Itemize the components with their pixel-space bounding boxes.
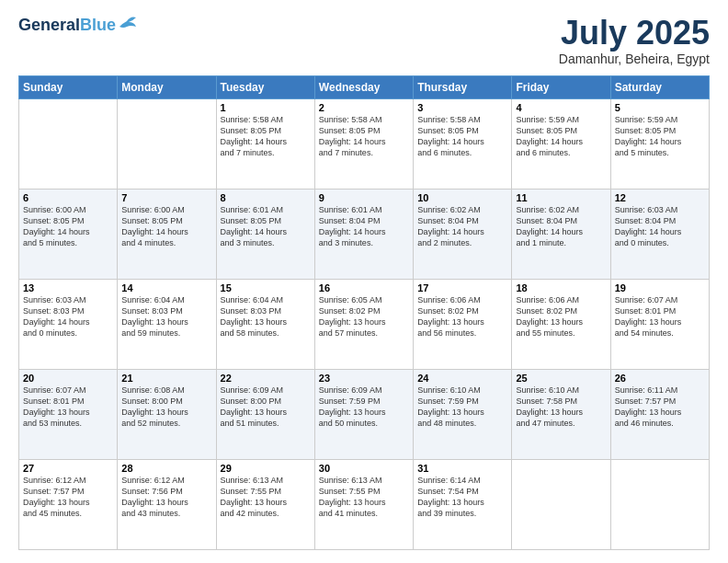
day-number: 26 [615,373,705,384]
day-info: Sunrise: 6:01 AM Sunset: 8:05 PM Dayligh… [221,204,311,249]
day-number: 4 [516,102,606,113]
day-number: 19 [615,282,705,293]
day-info: Sunrise: 6:05 AM Sunset: 8:02 PM Dayligh… [319,294,409,339]
day-number: 30 [319,463,409,474]
calendar-cell: 7Sunrise: 6:00 AM Sunset: 8:05 PM Daylig… [118,190,216,280]
calendar-cell: 19Sunrise: 6:07 AM Sunset: 8:01 PM Dayli… [610,280,709,370]
col-header-tuesday: Tuesday [216,76,314,99]
calendar-cell [610,460,709,550]
month-year-title: July 2025 [559,17,710,50]
calendar-cell: 27Sunrise: 6:12 AM Sunset: 7:57 PM Dayli… [19,460,118,550]
calendar-cell: 30Sunrise: 6:13 AM Sunset: 7:55 PM Dayli… [314,460,413,550]
day-number: 13 [23,282,113,293]
day-number: 2 [319,102,409,113]
calendar-table: SundayMondayTuesdayWednesdayThursdayFrid… [18,75,710,550]
day-number: 14 [121,282,211,293]
day-info: Sunrise: 5:59 AM Sunset: 8:05 PM Dayligh… [516,114,606,159]
day-number: 27 [23,463,113,474]
calendar-cell: 22Sunrise: 6:09 AM Sunset: 8:00 PM Dayli… [216,370,314,460]
day-info: Sunrise: 6:03 AM Sunset: 8:04 PM Dayligh… [615,204,705,249]
calendar-cell: 2Sunrise: 5:58 AM Sunset: 8:05 PM Daylig… [314,99,413,190]
calendar-cell: 24Sunrise: 6:10 AM Sunset: 7:59 PM Dayli… [414,370,512,460]
day-number: 25 [516,373,606,384]
calendar-header-row: SundayMondayTuesdayWednesdayThursdayFrid… [19,76,710,99]
col-header-sunday: Sunday [19,76,118,99]
calendar-cell: 16Sunrise: 6:05 AM Sunset: 8:02 PM Dayli… [314,280,413,370]
day-info: Sunrise: 6:13 AM Sunset: 7:55 PM Dayligh… [319,475,409,520]
day-number: 22 [221,373,311,384]
calendar-cell: 15Sunrise: 6:04 AM Sunset: 8:03 PM Dayli… [216,280,314,370]
day-info: Sunrise: 6:10 AM Sunset: 7:59 PM Dayligh… [417,385,507,430]
day-info: Sunrise: 6:12 AM Sunset: 7:56 PM Dayligh… [121,475,211,520]
logo: GeneralBlue [18,17,138,33]
col-header-wednesday: Wednesday [314,76,413,99]
day-number: 15 [221,282,311,293]
day-number: 1 [221,102,311,113]
day-number: 23 [319,373,409,384]
calendar-cell: 4Sunrise: 5:59 AM Sunset: 8:05 PM Daylig… [512,99,610,190]
logo-bird-icon [118,14,138,32]
day-number: 29 [221,463,311,474]
calendar-week-row: 13Sunrise: 6:03 AM Sunset: 8:03 PM Dayli… [19,280,710,370]
day-number: 3 [417,102,507,113]
calendar-cell [19,99,118,190]
day-number: 12 [615,192,705,203]
day-info: Sunrise: 5:59 AM Sunset: 8:05 PM Dayligh… [615,114,705,159]
page-header: GeneralBlue July 2025 Damanhur, Beheira,… [18,17,710,66]
calendar-cell: 20Sunrise: 6:07 AM Sunset: 8:01 PM Dayli… [19,370,118,460]
day-number: 8 [221,192,311,203]
day-info: Sunrise: 6:06 AM Sunset: 8:02 PM Dayligh… [417,294,507,339]
calendar-cell: 29Sunrise: 6:13 AM Sunset: 7:55 PM Dayli… [216,460,314,550]
calendar-cell: 1Sunrise: 5:58 AM Sunset: 8:05 PM Daylig… [216,99,314,190]
day-number: 11 [516,192,606,203]
day-info: Sunrise: 6:04 AM Sunset: 8:03 PM Dayligh… [221,294,311,339]
day-info: Sunrise: 6:07 AM Sunset: 8:01 PM Dayligh… [615,294,705,339]
calendar-cell: 6Sunrise: 6:00 AM Sunset: 8:05 PM Daylig… [19,190,118,280]
calendar-cell: 13Sunrise: 6:03 AM Sunset: 8:03 PM Dayli… [19,280,118,370]
day-number: 17 [417,282,507,293]
calendar-cell: 26Sunrise: 6:11 AM Sunset: 7:57 PM Dayli… [610,370,709,460]
calendar-cell: 17Sunrise: 6:06 AM Sunset: 8:02 PM Dayli… [414,280,512,370]
calendar-cell: 3Sunrise: 5:58 AM Sunset: 8:05 PM Daylig… [414,99,512,190]
calendar-week-row: 6Sunrise: 6:00 AM Sunset: 8:05 PM Daylig… [19,190,710,280]
day-info: Sunrise: 6:03 AM Sunset: 8:03 PM Dayligh… [23,294,113,339]
calendar-cell: 31Sunrise: 6:14 AM Sunset: 7:54 PM Dayli… [414,460,512,550]
day-number: 6 [23,192,113,203]
col-header-thursday: Thursday [414,76,512,99]
day-number: 20 [23,373,113,384]
day-info: Sunrise: 6:04 AM Sunset: 8:03 PM Dayligh… [121,294,211,339]
day-info: Sunrise: 6:08 AM Sunset: 8:00 PM Dayligh… [121,385,211,430]
day-number: 24 [417,373,507,384]
calendar-week-row: 27Sunrise: 6:12 AM Sunset: 7:57 PM Dayli… [19,460,710,550]
day-info: Sunrise: 6:09 AM Sunset: 8:00 PM Dayligh… [221,385,311,430]
calendar-cell: 28Sunrise: 6:12 AM Sunset: 7:56 PM Dayli… [118,460,216,550]
calendar-cell: 12Sunrise: 6:03 AM Sunset: 8:04 PM Dayli… [610,190,709,280]
day-info: Sunrise: 5:58 AM Sunset: 8:05 PM Dayligh… [417,114,507,159]
col-header-friday: Friday [512,76,610,99]
day-info: Sunrise: 6:00 AM Sunset: 8:05 PM Dayligh… [23,204,113,249]
day-number: 31 [417,463,507,474]
calendar-cell: 21Sunrise: 6:08 AM Sunset: 8:00 PM Dayli… [118,370,216,460]
day-info: Sunrise: 5:58 AM Sunset: 8:05 PM Dayligh… [221,114,311,159]
calendar-cell: 5Sunrise: 5:59 AM Sunset: 8:05 PM Daylig… [610,99,709,190]
calendar-cell: 25Sunrise: 6:10 AM Sunset: 7:58 PM Dayli… [512,370,610,460]
calendar-cell: 11Sunrise: 6:02 AM Sunset: 8:04 PM Dayli… [512,190,610,280]
day-info: Sunrise: 6:02 AM Sunset: 8:04 PM Dayligh… [417,204,507,249]
col-header-monday: Monday [118,76,216,99]
calendar-cell: 18Sunrise: 6:06 AM Sunset: 8:02 PM Dayli… [512,280,610,370]
day-number: 7 [121,192,211,203]
day-number: 10 [417,192,507,203]
day-info: Sunrise: 6:11 AM Sunset: 7:57 PM Dayligh… [615,385,705,430]
day-number: 9 [319,192,409,203]
calendar-cell: 10Sunrise: 6:02 AM Sunset: 8:04 PM Dayli… [414,190,512,280]
day-number: 5 [615,102,705,113]
day-info: Sunrise: 6:01 AM Sunset: 8:04 PM Dayligh… [319,204,409,249]
day-number: 28 [121,463,211,474]
calendar-week-row: 1Sunrise: 5:58 AM Sunset: 8:05 PM Daylig… [19,99,710,190]
location-subtitle: Damanhur, Beheira, Egypt [559,52,710,66]
calendar-cell: 9Sunrise: 6:01 AM Sunset: 8:04 PM Daylig… [314,190,413,280]
calendar-cell: 8Sunrise: 6:01 AM Sunset: 8:05 PM Daylig… [216,190,314,280]
day-info: Sunrise: 6:12 AM Sunset: 7:57 PM Dayligh… [23,475,113,520]
day-number: 16 [319,282,409,293]
day-info: Sunrise: 6:02 AM Sunset: 8:04 PM Dayligh… [516,204,606,249]
